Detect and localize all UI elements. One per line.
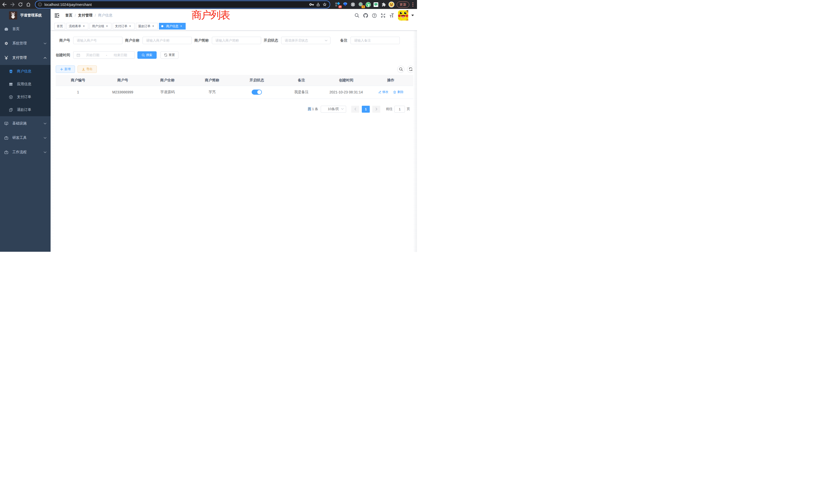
reset-button[interactable]: 重置 [160,51,178,59]
browser-forward-button[interactable] [8,1,17,8]
sidebar-item-label: 首页 [12,27,20,31]
font-size-button[interactable] [390,13,394,18]
merchant-no-input[interactable]: 请输入商户号 [73,37,123,44]
browser-update-button[interactable]: 更新 [397,2,409,8]
create-time-range-picker[interactable]: 开始日期 - 结束日期 [73,51,135,59]
tab-user-group[interactable]: 用户分组× [90,23,111,29]
bookmark-star-icon[interactable] [322,2,327,7]
extension-recorder-icon[interactable]: 1 [357,1,364,8]
placeholder-text: 请输入商户简称 [215,38,239,43]
sidebar-item-home[interactable]: 首页 [0,22,50,36]
extension-yuque-icon[interactable] [364,1,372,8]
tab-close-icon[interactable]: × [151,24,155,28]
hamburger-icon [54,13,59,18]
tab-close-icon[interactable]: × [128,24,132,28]
navbar: 首页 / 支付管理 / 商户信息 [50,9,417,22]
breadcrumb-current: 商户信息 [98,13,112,18]
sidebar-logo[interactable]: 芋道管理系统 [0,9,50,22]
page-size-select[interactable]: 10条/页 [321,106,346,113]
browser-reload-button[interactable] [17,1,24,8]
address-bar[interactable]: localhost:1024/pay/merchant [36,1,330,8]
tab-pay-order[interactable]: 支付订单× [113,23,135,29]
extension-tampermonkey-icon[interactable]: 10 [333,1,341,8]
sidebar-item-label: 支付管理 [12,55,27,60]
site-info-icon[interactable] [38,3,42,6]
user-avatar[interactable] [398,10,408,21]
extensions-puzzle-icon[interactable] [380,1,388,8]
docs-help-button[interactable] [372,13,377,18]
header-search-button[interactable] [355,13,359,18]
status-toggle[interactable] [251,90,262,95]
search-icon [399,67,403,71]
share-icon[interactable] [316,2,321,7]
sidebar-item-workflow[interactable]: 工作流程 [0,145,50,159]
export-button[interactable]: 导出 [78,65,97,73]
tab-home[interactable]: 首页 [54,23,65,29]
tab-close-icon[interactable]: × [179,24,183,28]
sidebar-item-devtool[interactable]: 研发工具 [0,131,50,145]
merchant-short-name-input[interactable]: 请输入商户简称 [212,37,261,44]
status-select[interactable]: 请选择开启状态 [281,37,330,44]
search-icon [142,54,145,57]
sidebar-item-system[interactable]: 系统管理 [0,36,50,50]
sidebar-item-refund-order[interactable]: 退款订单 [0,104,50,116]
password-key-icon[interactable] [309,2,314,7]
browser-menu-icon[interactable] [410,1,415,8]
sidebar-item-merchant-info[interactable]: 商户信息 [0,65,50,78]
sidebar-item-pay-order[interactable]: 支付订单 [0,91,50,104]
caret-down-icon[interactable] [411,15,414,16]
edit-pen-icon [378,91,381,94]
breadcrumb-pay[interactable]: 支付管理 [78,13,92,18]
delete-link[interactable]: 删除 [393,90,403,94]
extension-command-icon[interactable] [349,1,357,8]
table-toolbar: 新增 导出 [56,65,413,73]
next-page-button[interactable] [372,106,380,113]
hide-search-button[interactable] [397,66,404,73]
url-text[interactable]: localhost:1024/pay/merchant [44,3,309,7]
gear-icon [4,42,8,45]
browser-home-button[interactable] [24,1,32,8]
tab-close-icon[interactable]: × [105,24,109,28]
chevron-right-icon [375,108,377,111]
remark-input[interactable]: 请输入备注 [351,37,400,44]
tab-close-icon[interactable]: × [82,24,86,28]
chevron-down-icon [325,40,328,42]
cell-merchant-id: 1 [56,86,101,98]
extension-paraglider-icon[interactable] [341,1,349,8]
merchant-name-input[interactable]: 请输入商户全称 [142,37,192,44]
github-link[interactable] [363,13,368,18]
page-number-button[interactable]: 1 [362,106,370,113]
cell-create-time: 2021-10-23 08:31:14 [324,86,369,98]
sidebar-item-infra[interactable]: 基础设施 [0,116,50,131]
refresh-table-button[interactable] [407,66,414,73]
tab-refund-order[interactable]: 退款订单× [136,23,158,29]
extension-tower-icon[interactable] [372,1,380,8]
fullscreen-button[interactable] [381,13,386,18]
filter-remark: 备注 请输入备注 [333,37,400,44]
button-label: 新增 [64,67,71,71]
add-button[interactable]: 新增 [56,65,75,73]
filter-status: 开启状态 请选择开启状态 [264,37,330,44]
tab-process-form[interactable]: 流程表单× [66,23,88,29]
search-button[interactable]: 搜索 [137,51,157,59]
monitor-check-icon [4,122,8,125]
browser-toolbar: localhost:1024/pay/merchant 10 1 [0,0,417,9]
start-date-placeholder[interactable]: 开始日期 [81,53,104,58]
sidebar-item-pay[interactable]: 支付管理 [0,50,50,65]
sidebar-item-label: 基础设施 [12,121,27,126]
pagination-jump: 前往 1 页 [386,106,410,113]
col-merchant-name: 商户全称 [145,75,190,86]
jump-page-input[interactable]: 1 [394,106,405,113]
end-date-placeholder[interactable]: 结束日期 [109,53,132,58]
page-size-value: 10条/页 [328,107,339,111]
sidebar-toggle-button[interactable] [50,9,63,22]
browser-profile-avatar[interactable] [388,1,395,8]
browser-back-button[interactable] [1,1,8,8]
edit-link[interactable]: 修改 [378,90,389,94]
breadcrumb-home[interactable]: 首页 [65,13,72,18]
tab-merchant-info[interactable]: 商户信息× [159,23,185,29]
sidebar-item-label: 商户信息 [17,69,31,74]
sidebar-item-app-info[interactable]: 应用信息 [0,78,50,91]
prev-page-button[interactable] [351,106,359,113]
filter-merchant-no: 商户号 请输入商户号 [56,37,123,44]
